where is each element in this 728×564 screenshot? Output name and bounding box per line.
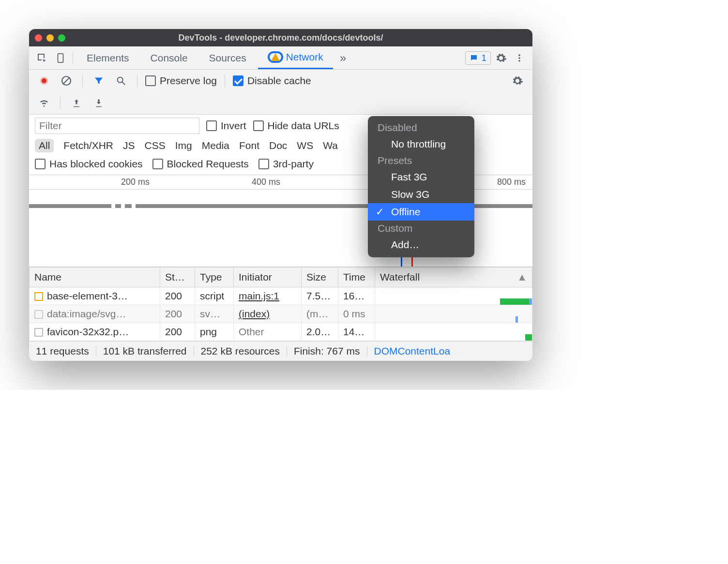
col-waterfall[interactable]: Waterfall▲ [375, 267, 532, 287]
hide-data-urls-checkbox[interactable]: Hide data URLs [253, 120, 339, 132]
cell-time: 0 ms [338, 305, 375, 323]
cell-type: script [195, 287, 234, 305]
status-bar: 11 requests 101 kB transferred 252 kB re… [29, 341, 532, 361]
devtools-window: DevTools - developer.chrome.com/docs/dev… [29, 29, 532, 361]
panel-tabs: Elements Console Sources Network » 1 [29, 46, 532, 70]
more-tabs-chevron-icon[interactable]: » [335, 50, 351, 66]
invert-label: Invert [221, 120, 246, 132]
dropdown-section-disabled: Disabled [368, 120, 474, 135]
cell-initiator[interactable]: main.js:1 [239, 290, 279, 301]
preserve-log-label: Preserve log [160, 75, 217, 87]
chip-css[interactable]: CSS [145, 140, 166, 151]
filter-input[interactable] [35, 118, 199, 134]
cell-size: 7.5… [302, 287, 338, 305]
has-blocked-cookies-checkbox[interactable]: Has blocked cookies [35, 158, 143, 170]
svg-line-5 [63, 78, 69, 84]
cell-initiator[interactable]: (index) [239, 308, 270, 319]
maximize-window-button[interactable] [58, 34, 65, 42]
network-conditions-icon[interactable] [36, 95, 52, 111]
dropdown-item-offline[interactable]: Offline [368, 203, 474, 221]
col-type[interactable]: Type [195, 267, 234, 287]
status-domcontentloaded[interactable]: DOMContentLoa [374, 345, 451, 357]
invert-checkbox[interactable]: Invert [206, 120, 246, 132]
search-icon[interactable] [113, 73, 129, 89]
kebab-menu-icon[interactable] [511, 50, 528, 66]
hide-data-urls-label: Hide data URLs [268, 120, 339, 132]
chip-ws[interactable]: WS [297, 140, 313, 151]
col-size[interactable]: Size [302, 267, 338, 287]
file-type-icon [34, 328, 43, 337]
col-name[interactable]: Name [30, 267, 160, 287]
divider [73, 52, 73, 64]
minimize-window-button[interactable] [46, 34, 54, 42]
blocked-requests-checkbox[interactable]: Blocked Requests [152, 158, 249, 170]
dropdown-item-add[interactable]: Add… [368, 236, 474, 253]
blocked-requests-label: Blocked Requests [167, 158, 249, 170]
titlebar: DevTools - developer.chrome.com/docs/dev… [29, 29, 532, 46]
has-blocked-cookies-label: Has blocked cookies [49, 158, 143, 170]
third-party-checkbox[interactable]: 3rd-party [258, 158, 314, 170]
import-har-icon[interactable] [91, 95, 107, 111]
tab-sources[interactable]: Sources [199, 46, 256, 69]
chip-js[interactable]: JS [123, 140, 135, 151]
disable-cache-checkbox[interactable]: Disable cache [233, 75, 311, 87]
clear-button[interactable] [58, 73, 75, 89]
divider [137, 74, 137, 87]
network-toolbar-secondary [29, 92, 532, 115]
cell-time: 16… [338, 287, 375, 305]
cell-type: png [195, 323, 234, 341]
divider [225, 74, 225, 87]
cell-name: data:image/svg… [47, 308, 126, 319]
tick-400ms: 400 ms [252, 177, 280, 187]
file-type-icon [34, 310, 43, 319]
chip-fetch-xhr[interactable]: Fetch/XHR [63, 140, 113, 151]
traffic-lights [35, 34, 65, 42]
window-title: DevTools - developer.chrome.com/docs/dev… [29, 33, 532, 43]
file-type-icon [34, 292, 43, 301]
export-har-icon[interactable] [68, 95, 85, 111]
svg-point-1 [518, 54, 520, 56]
table-row[interactable]: data:image/svg… 200 sv… (index) (m… 0 ms [30, 305, 532, 323]
chip-media[interactable]: Media [202, 140, 229, 151]
messages-badge[interactable]: 1 [465, 51, 491, 65]
inspect-element-icon[interactable] [34, 50, 50, 66]
dropdown-item-fast-3g[interactable]: Fast 3G [368, 168, 474, 186]
tab-network[interactable]: Network [258, 46, 333, 69]
status-resources: 252 kB resources [201, 345, 280, 357]
record-button[interactable] [36, 73, 52, 89]
chip-img[interactable]: Img [175, 140, 192, 151]
svg-rect-0 [58, 53, 63, 62]
filter-toggle-icon[interactable] [91, 73, 107, 89]
col-waterfall-label: Waterfall [380, 271, 420, 282]
network-settings-icon[interactable] [509, 73, 526, 89]
network-toolbar: Preserve log Disable cache [29, 70, 532, 92]
table-row[interactable]: favicon-32x32.p… 200 png Other 2.0… 14… [30, 323, 532, 341]
cell-name: favicon-32x32.p… [47, 326, 129, 337]
chip-all[interactable]: All [35, 139, 54, 152]
tick-200ms: 200 ms [121, 177, 150, 187]
svg-point-6 [118, 77, 123, 83]
cell-status: 200 [160, 287, 195, 305]
cell-status: 200 [160, 323, 195, 341]
status-finish: Finish: 767 ms [294, 345, 360, 357]
chip-font[interactable]: Font [239, 140, 259, 151]
sort-indicator-icon: ▲ [517, 271, 527, 283]
dropdown-item-slow-3g[interactable]: Slow 3G [368, 186, 474, 203]
disable-cache-label: Disable cache [247, 75, 311, 87]
settings-icon[interactable] [493, 50, 509, 66]
svg-line-7 [122, 82, 125, 85]
col-time[interactable]: Time [338, 267, 375, 287]
close-window-button[interactable] [35, 34, 42, 42]
device-toolbar-icon[interactable] [52, 50, 69, 66]
dropdown-item-no-throttling[interactable]: No throttling [368, 135, 474, 153]
cell-type: sv… [195, 305, 234, 323]
chip-wasm[interactable]: Wa [323, 140, 338, 151]
chip-doc[interactable]: Doc [269, 140, 287, 151]
tab-elements[interactable]: Elements [77, 46, 139, 69]
tab-console[interactable]: Console [141, 46, 197, 69]
col-initiator[interactable]: Initiator [234, 267, 302, 287]
table-row[interactable]: base-element-3… 200 script main.js:1 7.5… [30, 287, 532, 305]
col-status[interactable]: St… [160, 267, 195, 287]
divider [287, 346, 287, 356]
preserve-log-checkbox[interactable]: Preserve log [145, 75, 217, 87]
